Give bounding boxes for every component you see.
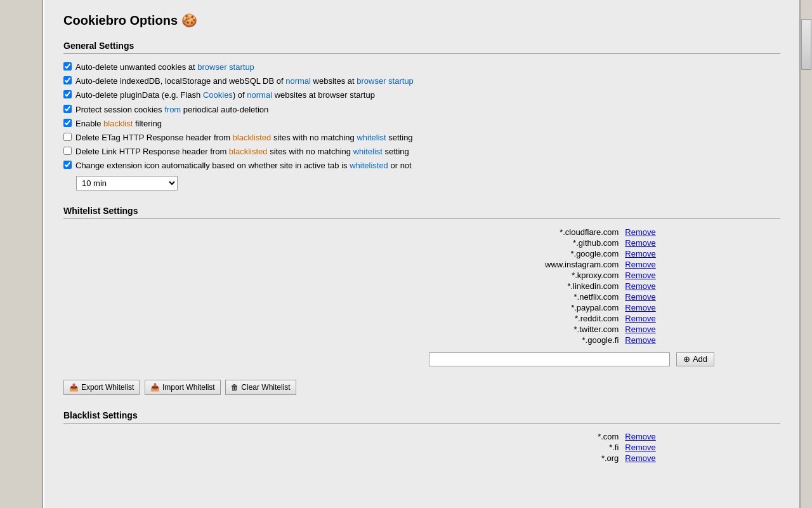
page-title: Cookiebro Options 🍪 (63, 6, 780, 28)
whitelist-entry-row: *.github.com Remove (63, 237, 780, 248)
whitelist-remove-cell: Remove (622, 302, 780, 313)
whitelist-remove-link[interactable]: Remove (625, 314, 655, 323)
whitelist-remove-link[interactable]: Remove (625, 238, 655, 248)
whitelist-remove-cell: Remove (622, 313, 780, 324)
whitelist-btn-row: 📤 Export Whitelist 📥 Import Whitelist 🗑 … (63, 380, 780, 395)
import-whitelist-label: Import Whitelist (162, 383, 215, 392)
whitelist-remove-cell: Remove (622, 335, 780, 345)
checkbox-auto-delete-indexeddb[interactable] (63, 76, 72, 84)
scrollbar[interactable] (801, 0, 812, 508)
whitelist-entry-row: *.google.fi Remove (63, 335, 780, 345)
whitelist-remove-link[interactable]: Remove (625, 249, 655, 258)
clear-whitelist-label: Clear Whitelist (241, 383, 290, 392)
whitelist-domain: *.kproxy.com (63, 270, 622, 281)
blacklist-entry-row: *.org Remove (63, 453, 780, 464)
checkbox-label-2: Auto-delete indexedDB, localStorage and … (75, 76, 414, 87)
clear-icon: 🗑 (231, 383, 239, 392)
whitelist-entry-row: *.kproxy.com Remove (63, 270, 780, 281)
delete-interval-row: Disabled 1 min 2 min 5 min 10 min 15 min… (76, 176, 780, 190)
cookie-icon: 🍪 (181, 13, 197, 28)
checkbox-delete-link[interactable] (63, 147, 72, 155)
whitelist-domain: *.paypal.com (63, 302, 622, 313)
whitelist-domain: *.twitter.com (63, 324, 622, 335)
whitelist-remove-link[interactable]: Remove (625, 227, 655, 237)
checkbox-delete-etag[interactable] (63, 133, 72, 141)
checkbox-auto-delete-startup[interactable] (63, 62, 72, 70)
whitelist-settings-section: Whitelist Settings *.cloudflare.com Remo… (63, 206, 780, 395)
whitelist-remove-cell: Remove (622, 291, 780, 302)
whitelist-domain: *.google.fi (63, 335, 622, 345)
whitelist-add-input[interactable] (429, 352, 670, 366)
add-circle-icon: ⊕ (683, 354, 690, 364)
blacklist-domain: *.org (63, 453, 622, 464)
whitelist-entry-row: www.instagram.com Remove (63, 259, 780, 270)
whitelist-remove-link[interactable]: Remove (625, 281, 655, 291)
whitelist-remove-cell: Remove (622, 248, 780, 259)
scrollbar-thumb[interactable] (801, 19, 811, 70)
checkbox-enable-blacklist[interactable] (63, 119, 72, 127)
whitelist-entry-row: *.linkedin.com Remove (63, 281, 780, 291)
whitelist-domain: *.netflix.com (63, 291, 622, 302)
checkbox-row-7: Delete Link HTTP Response header from bl… (63, 146, 780, 157)
import-icon: 📥 (150, 383, 160, 392)
whitelist-remove-link[interactable]: Remove (625, 260, 655, 269)
checkbox-label-4: Protect session cookies from periodical … (75, 104, 268, 116)
whitelist-remove-cell: Remove (622, 259, 780, 270)
blacklist-remove-link[interactable]: Remove (625, 453, 655, 463)
whitelist-add-input-row: ⊕ Add (63, 352, 780, 367)
whitelist-remove-cell: Remove (622, 270, 780, 281)
whitelist-entry-row: *.netflix.com Remove (63, 291, 780, 302)
whitelist-domain: *.reddit.com (63, 313, 622, 324)
blacklist-domain: *.com (63, 431, 622, 442)
blacklist-entry-row: *.fi Remove (63, 442, 780, 453)
whitelist-add-button[interactable]: ⊕ Add (676, 352, 714, 366)
whitelist-add-btn-cell: ⊕ Add (674, 352, 780, 367)
left-sidebar (0, 0, 43, 508)
blacklist-entry-row: *.com Remove (63, 431, 780, 442)
checkbox-change-icon[interactable] (63, 161, 72, 169)
whitelist-remove-link[interactable]: Remove (625, 292, 655, 302)
whitelist-remove-link[interactable]: Remove (625, 303, 655, 312)
checkbox-row-3: Auto-delete pluginData (e.g. Flash Cooki… (63, 90, 780, 101)
whitelist-entry-row: *.paypal.com Remove (63, 302, 780, 313)
main-content: Cookiebro Options 🍪 General Settings Aut… (43, 0, 801, 508)
blacklist-domain: *.fi (63, 442, 622, 453)
blacklist-settings-section: Blacklist Settings *.com Remove *.fi Rem… (63, 410, 780, 464)
checkbox-label-8: Change extension icon automatically base… (75, 160, 412, 171)
checkbox-auto-delete-plugindata[interactable] (63, 90, 72, 98)
checkbox-protect-session-cookies[interactable] (63, 105, 72, 113)
whitelist-entry-row: *.reddit.com Remove (63, 313, 780, 324)
checkbox-label-1: Auto-delete unwanted cookies at browser … (75, 62, 254, 73)
whitelist-entry-row: *.cloudflare.com Remove (63, 227, 780, 237)
whitelist-domain: *.github.com (63, 237, 622, 248)
delete-interval-select[interactable]: Disabled 1 min 2 min 5 min 10 min 15 min… (76, 176, 178, 190)
clear-whitelist-button[interactable]: 🗑 Clear Whitelist (225, 380, 296, 395)
whitelist-add-row: ⊕ Add (63, 352, 780, 373)
blacklist-table: *.com Remove *.fi Remove *.org Remove (63, 431, 780, 464)
blacklist-remove-link[interactable]: Remove (625, 432, 655, 441)
checkbox-label-7: Delete Link HTTP Response header from bl… (75, 146, 409, 157)
whitelist-table: *.cloudflare.com Remove *.github.com Rem… (63, 227, 780, 345)
checkbox-row-6: Delete ETag HTTP Response header from bl… (63, 132, 780, 144)
blacklist-remove-cell: Remove (622, 453, 780, 464)
blacklist-remove-link[interactable]: Remove (625, 443, 655, 452)
blacklist-remove-cell: Remove (622, 431, 780, 442)
checkbox-row-4: Protect session cookies from periodical … (63, 104, 780, 116)
whitelist-remove-link[interactable]: Remove (625, 324, 655, 334)
add-button-label: Add (693, 354, 707, 364)
whitelist-remove-cell: Remove (622, 237, 780, 248)
whitelist-entry-row: *.twitter.com Remove (63, 324, 780, 335)
whitelist-remove-link[interactable]: Remove (625, 335, 655, 345)
whitelist-remove-link[interactable]: Remove (625, 271, 655, 280)
whitelist-entry-row: *.google.com Remove (63, 248, 780, 259)
checkbox-row-1: Auto-delete unwanted cookies at browser … (63, 62, 780, 73)
checkbox-label-3: Auto-delete pluginData (e.g. Flash Cooki… (75, 90, 375, 101)
blacklist-remove-cell: Remove (622, 442, 780, 453)
export-whitelist-button[interactable]: 📤 Export Whitelist (63, 380, 140, 395)
whitelist-domain: *.google.com (63, 248, 622, 259)
general-settings-heading: General Settings (63, 41, 780, 54)
whitelist-remove-cell: Remove (622, 324, 780, 335)
import-whitelist-button[interactable]: 📥 Import Whitelist (145, 380, 221, 395)
whitelist-domain: www.instagram.com (63, 259, 622, 270)
whitelist-input-cell (63, 352, 674, 367)
